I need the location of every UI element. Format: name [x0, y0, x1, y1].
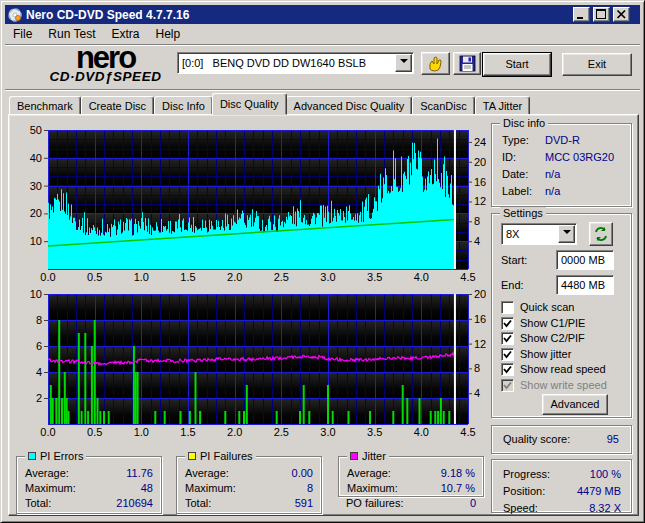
- checkbox-label: Show C1/PIE: [520, 317, 585, 330]
- disc-info-label: ID:: [502, 150, 516, 165]
- end-position-label: End:: [501, 279, 524, 291]
- exit-button[interactable]: Exit: [562, 53, 632, 76]
- checkbox-show-c1-pie[interactable]: Show C1/PIE: [501, 317, 626, 331]
- menu-item-help[interactable]: Help: [148, 25, 189, 43]
- progress-panel: Progress:100 %Position:4479 MBSpeed:8.32…: [491, 459, 632, 513]
- disc-info-value: n/a: [545, 167, 560, 182]
- svg-text:16: 16: [474, 313, 486, 325]
- stats-group-jitter: JitterAverage:9.18 %Maximum:10.7 %: [338, 456, 484, 497]
- title-bar[interactable]: Nero CD-DVD Speed 4.7.7.16: [5, 5, 640, 24]
- speed-select-value: 8X: [502, 228, 557, 240]
- app-window: Nero CD-DVD Speed 4.7.7.16 FileRun TestE…: [0, 0, 645, 523]
- save-button[interactable]: [453, 52, 481, 75]
- disc-info-row: Type:DVD-R: [492, 133, 631, 148]
- drive-select[interactable]: [0:0] BENQ DVD DD DW1640 BSLB: [177, 52, 414, 74]
- checkbox-box[interactable]: [501, 379, 514, 392]
- svg-text:1.0: 1.0: [134, 426, 149, 438]
- svg-text:16: 16: [474, 176, 486, 188]
- checkbox-label: Show C2/PIF: [520, 332, 585, 345]
- svg-text:2.0: 2.0: [227, 426, 242, 438]
- drive-select-value: [0:0] BENQ DVD DD DW1640 BSLB: [178, 57, 394, 69]
- stats-value: 11.76: [126, 466, 153, 481]
- stats-value: 9.18 %: [441, 466, 475, 481]
- tab-ta-jitter[interactable]: TA Jitter: [475, 96, 531, 115]
- svg-text:3.5: 3.5: [367, 271, 382, 283]
- svg-text:10: 10: [30, 235, 42, 247]
- checkbox-box[interactable]: [501, 363, 514, 376]
- svg-text:8: 8: [36, 314, 42, 326]
- checkbox-show-c2-pif[interactable]: Show C2/PIF: [501, 332, 626, 346]
- legend-color-icon: [188, 452, 196, 460]
- tab-benchmark[interactable]: Benchmark: [9, 96, 81, 115]
- stats-label: Maximum:: [185, 481, 236, 496]
- checkbox-box[interactable]: [501, 348, 514, 361]
- svg-text:4.5: 4.5: [460, 426, 475, 438]
- stats-group-pi-failures: PI FailuresAverage:0.00Maximum:8Total:59…: [176, 456, 322, 514]
- start-button[interactable]: Start: [483, 53, 551, 76]
- stats-label: Total:: [25, 496, 51, 511]
- menu-item-file[interactable]: File: [5, 25, 40, 43]
- progress-value: 100 %: [590, 467, 621, 482]
- speed-select-arrow[interactable]: [558, 225, 575, 243]
- svg-text:0.5: 0.5: [87, 271, 102, 283]
- end-position-field[interactable]: 4480 MB: [556, 275, 614, 295]
- stats-row: Total:210694: [17, 496, 161, 511]
- tab-advanced-disc-quality[interactable]: Advanced Disc Quality: [286, 96, 413, 115]
- tab-scandisc[interactable]: ScanDisc: [412, 96, 474, 115]
- start-position-field[interactable]: 0000 MB: [556, 250, 614, 270]
- svg-text:20: 20: [30, 207, 42, 219]
- checkbox-box[interactable]: [501, 332, 514, 345]
- tab-create-disc[interactable]: Create Disc: [81, 96, 154, 115]
- stats-label: Average:: [185, 466, 229, 481]
- quality-score-panel: Quality score: 95: [491, 425, 632, 454]
- svg-text:12: 12: [474, 195, 486, 207]
- settings-title: Settings: [500, 207, 546, 219]
- stats-title-text: PI Failures: [200, 450, 253, 462]
- eject-button[interactable]: [421, 52, 450, 75]
- po-failures-value: 0: [401, 497, 476, 509]
- svg-text:3.0: 3.0: [320, 426, 335, 438]
- progress-row: Speed:8.32 X: [492, 501, 631, 516]
- tab-disc-info[interactable]: Disc Info: [154, 96, 213, 115]
- svg-text:1.5: 1.5: [180, 271, 195, 283]
- advanced-button[interactable]: Advanced: [542, 394, 608, 415]
- checkbox-show-write-speed[interactable]: Show write speed: [501, 379, 626, 393]
- stats-row: Average:9.18 %: [339, 466, 483, 481]
- progress-label: Position:: [503, 484, 545, 499]
- hand-icon: [426, 55, 446, 73]
- svg-text:3.5: 3.5: [367, 426, 382, 438]
- separator: [5, 89, 640, 91]
- tab-disc-quality[interactable]: Disc Quality: [212, 93, 287, 115]
- checkbox-label: Show write speed: [520, 379, 607, 392]
- nero-logo-subtext: CD·DVDƒSPEED: [23, 70, 188, 84]
- refresh-button[interactable]: [589, 222, 613, 246]
- stats-value: 8: [307, 481, 313, 496]
- svg-text:24: 24: [474, 136, 486, 148]
- checkbox-box[interactable]: [501, 317, 514, 330]
- svg-text:12: 12: [474, 338, 486, 350]
- window-title: Nero CD-DVD Speed 4.7.7.16: [26, 8, 570, 22]
- checkbox-show-read-speed[interactable]: Show read speed: [501, 363, 626, 377]
- svg-text:1.0: 1.0: [134, 271, 149, 283]
- checkbox-box[interactable]: [501, 301, 514, 314]
- progress-value: 4479 MB: [577, 484, 621, 499]
- stats-label: Average:: [25, 466, 69, 481]
- chevron-down-icon: [400, 59, 408, 67]
- speed-select[interactable]: 8X: [501, 223, 577, 245]
- stats-value: 48: [141, 481, 153, 496]
- stats-group-pi-errors: PI ErrorsAverage:11.76Maximum:48Total:21…: [16, 456, 162, 514]
- maximize-button[interactable]: [593, 7, 610, 22]
- checkbox-show-jitter[interactable]: Show jitter: [501, 348, 626, 362]
- svg-text:2.5: 2.5: [274, 426, 289, 438]
- minimize-button[interactable]: [573, 7, 590, 22]
- checkbox-quick-scan[interactable]: Quick scan: [501, 301, 626, 315]
- stats-value: 10.7 %: [441, 481, 475, 496]
- stats-row: Total:591: [177, 496, 321, 511]
- quality-score-value: 95: [607, 433, 619, 445]
- disc-info-row: Label:n/a: [492, 184, 631, 199]
- checkbox-label: Show jitter: [520, 348, 571, 361]
- svg-text:50: 50: [30, 124, 42, 136]
- drive-select-arrow[interactable]: [395, 54, 412, 72]
- svg-text:0.0: 0.0: [40, 271, 55, 283]
- close-button[interactable]: [613, 7, 630, 22]
